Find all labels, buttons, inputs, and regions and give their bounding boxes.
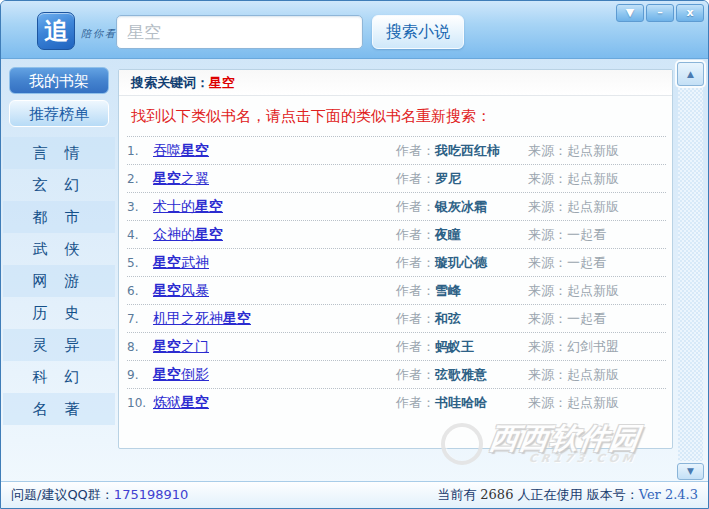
book-number: 6. — [127, 284, 153, 298]
source-name: 起点新版 — [567, 283, 619, 298]
window-controls: ▼ – x — [616, 4, 704, 22]
sidebar-category-item[interactable]: 玄 幻 — [3, 169, 115, 201]
source-label: 来源： — [528, 255, 567, 270]
sidebar-category-item[interactable]: 灵 异 — [3, 329, 115, 361]
source-label: 来源： — [528, 311, 567, 326]
online-suffix: 人正在使用 — [518, 487, 583, 502]
book-row: 10. 炼狱星空 作者：书哇哈哈 来源：起点新版 — [127, 388, 666, 416]
book-number: 7. — [127, 312, 153, 326]
scroll-down-button[interactable]: ▼ — [677, 463, 704, 480]
book-number: 1. — [127, 144, 153, 158]
author-name: 璇玑心德 — [435, 255, 487, 270]
source-label: 来源： — [528, 199, 567, 214]
book-title-link[interactable]: 炼狱星空 — [153, 394, 396, 412]
source-name: 起点新版 — [567, 143, 619, 158]
author-label: 作者： — [396, 283, 435, 298]
book-number: 9. — [127, 368, 153, 382]
minimize-icon: – — [657, 6, 663, 19]
author-name: 雪峰 — [435, 283, 461, 298]
book-source: 来源：起点新版 — [528, 142, 666, 160]
search-novel-button[interactable]: 搜索小说 — [372, 15, 464, 49]
source-label: 来源： — [528, 171, 567, 186]
close-button[interactable]: x — [676, 4, 704, 22]
author-label: 作者： — [396, 367, 435, 382]
search-keyword-value: 星空 — [209, 75, 235, 90]
title-bar: 追 陪你看小说 搜索小说 ▼ – x — [1, 1, 708, 59]
author-label: 作者： — [396, 395, 435, 410]
source-label: 来源： — [528, 339, 567, 354]
book-row: 7. 机甲之死神星空 作者：和弦 来源：一起看 — [127, 304, 666, 332]
author-label: 作者： — [396, 227, 435, 242]
book-source: 来源：一起看 — [528, 254, 666, 272]
scrollbar-track[interactable] — [678, 88, 703, 461]
source-name: 一起看 — [567, 227, 606, 242]
sidebar-category-item[interactable]: 历 史 — [3, 297, 115, 329]
minimize-button[interactable]: – — [646, 4, 674, 22]
sidebar-my-bookshelf-button[interactable]: 我的书架 — [9, 67, 109, 94]
search-keyword-label: 搜索关键词： — [131, 75, 209, 90]
source-label: 来源： — [528, 143, 567, 158]
skin-menu-button[interactable]: ▼ — [616, 4, 644, 22]
book-source: 来源：起点新版 — [528, 366, 666, 384]
sidebar-category-item[interactable]: 言 情 — [3, 137, 115, 169]
book-author: 作者：弦歌雅意 — [396, 366, 528, 384]
book-row: 6. 星空风暴 作者：雪峰 来源：起点新版 — [127, 276, 666, 304]
source-name: 幻剑书盟 — [567, 339, 619, 354]
sidebar-category-item[interactable]: 都 市 — [3, 201, 115, 233]
book-author: 作者：银灰冰霜 — [396, 198, 528, 216]
book-title-link[interactable]: 星空之翼 — [153, 170, 396, 188]
arrow-up-icon: ▲ — [687, 69, 694, 79]
book-title-link[interactable]: 星空之门 — [153, 338, 396, 356]
online-prefix: 当前有 — [437, 487, 476, 502]
book-title-link[interactable]: 机甲之死神星空 — [153, 310, 396, 328]
author-name: 我吃西红柿 — [435, 143, 500, 158]
sidebar: 我的书架 推荐榜单 言 情玄 幻都 市武 侠网 游历 史灵 异科 幻名 著 — [3, 61, 115, 481]
category-list: 言 情玄 幻都 市武 侠网 游历 史灵 异科 幻名 著 — [3, 137, 115, 425]
book-row: 9. 星空倒影 作者：弦歌雅意 来源：起点新版 — [127, 360, 666, 388]
source-label: 来源： — [528, 395, 567, 410]
book-source: 来源：起点新版 — [528, 282, 666, 300]
book-title-link[interactable]: 星空倒影 — [153, 366, 396, 384]
author-name: 夜瞳 — [435, 227, 461, 242]
author-name: 和弦 — [435, 311, 461, 326]
sidebar-category-item[interactable]: 网 游 — [3, 265, 115, 297]
source-name: 起点新版 — [567, 395, 619, 410]
search-input[interactable] — [116, 15, 363, 49]
source-name: 一起看 — [567, 255, 606, 270]
source-name: 起点新版 — [567, 367, 619, 382]
source-label: 来源： — [528, 283, 567, 298]
book-author: 作者：书哇哈哈 — [396, 394, 528, 412]
book-title-link[interactable]: 众神的星空 — [153, 226, 396, 244]
author-name: 书哇哈哈 — [435, 395, 487, 410]
author-name: 罗尼 — [435, 171, 461, 186]
book-source: 来源：一起看 — [528, 226, 666, 244]
book-row: 5. 星空武神 作者：璇玑心德 来源：一起看 — [127, 248, 666, 276]
watermark-subtext: CR173.COM — [486, 453, 638, 465]
book-author: 作者：罗尼 — [396, 170, 528, 188]
book-number: 5. — [127, 256, 153, 270]
sidebar-category-item[interactable]: 名 著 — [3, 393, 115, 425]
source-label: 来源： — [528, 367, 567, 382]
book-source: 来源：一起看 — [528, 310, 666, 328]
book-title-link[interactable]: 吞噬星空 — [153, 142, 396, 160]
version-value: Ver 2.4.3 — [639, 487, 698, 502]
app-window: 追 陪你看小说 搜索小说 ▼ – x 我的书架 推荐榜单 言 情玄 幻都 市武 … — [0, 0, 709, 509]
book-row: 2. 星空之翼 作者：罗尼 来源：起点新版 — [127, 164, 666, 192]
book-source: 来源：起点新版 — [528, 198, 666, 216]
sidebar-recommend-ranking-button[interactable]: 推荐榜单 — [9, 100, 109, 127]
book-title-link[interactable]: 星空武神 — [153, 254, 396, 272]
sidebar-category-item[interactable]: 武 侠 — [3, 233, 115, 265]
scroll-up-button[interactable]: ▲ — [677, 62, 704, 86]
sidebar-category-item[interactable]: 科 幻 — [3, 361, 115, 393]
arrow-down-icon: ▼ — [687, 466, 694, 476]
book-number: 8. — [127, 340, 153, 354]
book-title-link[interactable]: 术士的星空 — [153, 198, 396, 216]
author-label: 作者： — [396, 339, 435, 354]
qq-group-number[interactable]: 175198910 — [114, 487, 188, 502]
book-source: 来源：起点新版 — [528, 394, 666, 412]
source-label: 来源： — [528, 227, 567, 242]
online-count: 2686 — [480, 487, 513, 502]
author-label: 作者： — [396, 311, 435, 326]
status-bar: 问题/建议QQ群：175198910 当前有 2686 人正在使用 版本号：Ve… — [1, 481, 708, 508]
book-title-link[interactable]: 星空风暴 — [153, 282, 396, 300]
